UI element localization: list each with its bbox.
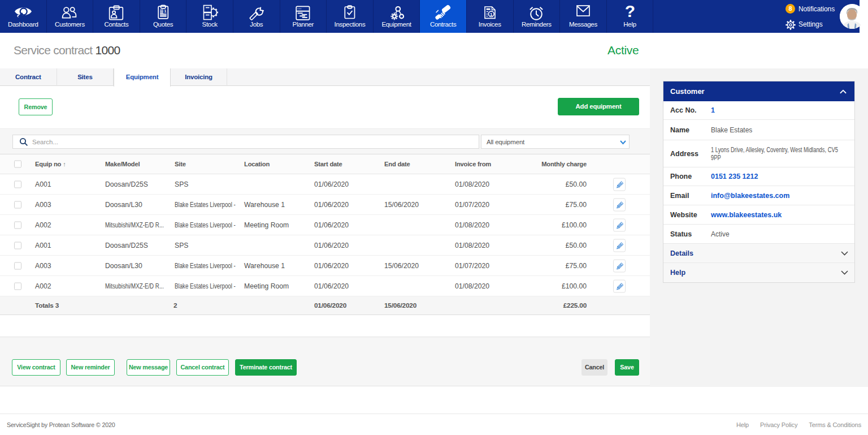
svg-text:1: 1 <box>164 8 166 14</box>
svg-text:1: 1 <box>490 12 493 17</box>
svg-text:?: ? <box>624 3 635 20</box>
